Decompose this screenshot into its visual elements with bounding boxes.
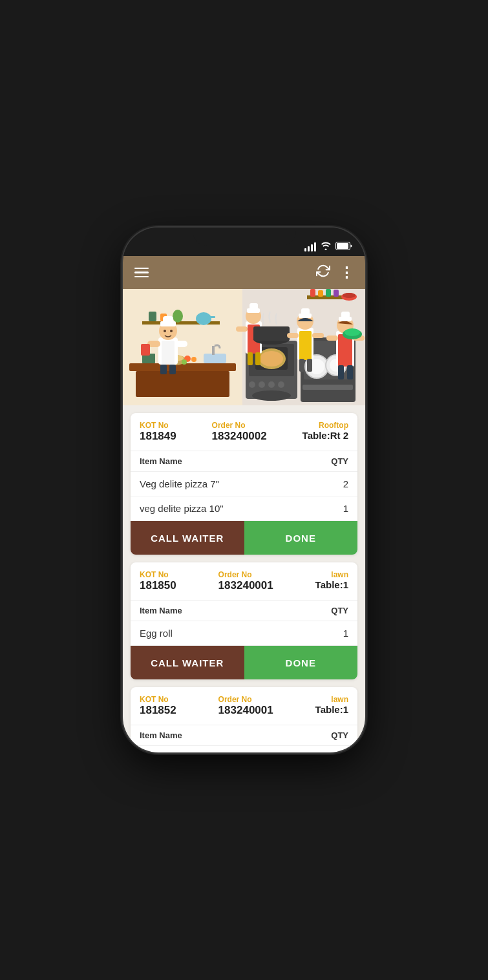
svg-rect-65 xyxy=(334,290,339,297)
svg-rect-4 xyxy=(129,363,236,371)
kot-field: KOT No 181850 xyxy=(140,570,176,592)
kitchen-illustration xyxy=(123,289,365,405)
orders-list: KOT No 181849 Order No 183240002 Rooftop… xyxy=(123,405,365,752)
order-no-field: Order No 183240001 xyxy=(218,695,273,717)
order-card-2: KOT No 181850 Order No 183240001 lawn Ta… xyxy=(131,562,357,679)
item-row-1-2: veg delite pizza 10" 1 xyxy=(131,496,357,521)
svg-rect-81 xyxy=(341,312,350,318)
svg-point-67 xyxy=(343,293,355,298)
battery-icon xyxy=(335,242,352,252)
signal-icon xyxy=(304,242,316,251)
svg-rect-50 xyxy=(248,352,253,365)
app-header: ⋮ xyxy=(123,256,365,289)
svg-rect-29 xyxy=(169,365,176,374)
order-card-3: KOT No 181852 Order No 183240001 lawn Ta… xyxy=(131,687,357,752)
order-no-field: Order No 183240002 xyxy=(212,421,267,443)
svg-rect-82 xyxy=(326,336,338,341)
svg-rect-74 xyxy=(312,333,324,338)
svg-rect-19 xyxy=(162,341,175,365)
svg-rect-27 xyxy=(141,344,150,356)
svg-point-11 xyxy=(182,359,187,365)
menu-icon[interactable] xyxy=(134,268,149,278)
items-header-1: Item Name QTY xyxy=(131,451,357,472)
order-header-3: KOT No 181852 Order No 183240001 lawn Ta… xyxy=(131,687,357,725)
svg-point-16 xyxy=(196,312,211,325)
svg-rect-53 xyxy=(253,326,290,341)
svg-rect-76 xyxy=(307,359,312,372)
svg-rect-26 xyxy=(176,341,187,347)
header-right: ⋮ xyxy=(316,264,354,281)
svg-point-39 xyxy=(259,381,265,388)
svg-rect-31 xyxy=(212,346,215,355)
action-buttons-1: CALL WAITER DONE xyxy=(131,521,357,555)
wifi-icon xyxy=(320,241,332,252)
svg-rect-30 xyxy=(204,354,226,363)
location-field: lawn Table:1 xyxy=(315,570,348,590)
svg-rect-1 xyxy=(337,243,348,249)
svg-rect-75 xyxy=(299,359,304,372)
svg-point-24 xyxy=(170,330,173,332)
order-no-field: Order No 183240001 xyxy=(218,570,273,592)
order-header-2: KOT No 181850 Order No 183240001 lawn Ta… xyxy=(131,562,357,601)
svg-rect-73 xyxy=(287,333,299,338)
call-waiter-button-1[interactable]: CALL WAITER xyxy=(131,521,244,555)
svg-rect-22 xyxy=(163,316,173,324)
svg-point-23 xyxy=(164,330,166,332)
item-row-2-1: Egg roll 1 xyxy=(131,621,357,646)
svg-rect-48 xyxy=(236,326,248,332)
svg-rect-47 xyxy=(249,303,258,310)
status-icons xyxy=(304,241,352,252)
refresh-icon[interactable] xyxy=(316,264,330,281)
svg-point-15 xyxy=(173,310,183,323)
svg-rect-5 xyxy=(136,371,229,397)
more-options-icon[interactable]: ⋮ xyxy=(339,264,354,281)
call-waiter-button-2[interactable]: CALL WAITER xyxy=(131,646,244,679)
notch xyxy=(193,228,296,246)
kot-field: KOT No 181852 xyxy=(140,695,176,717)
svg-point-42 xyxy=(252,390,291,401)
items-header-2: Item Name QTY xyxy=(131,601,357,621)
kot-field: KOT No 181849 xyxy=(140,421,176,443)
svg-rect-28 xyxy=(160,365,167,374)
done-button-1[interactable]: DONE xyxy=(244,521,358,555)
kitchen-banner xyxy=(123,289,365,405)
svg-rect-63 xyxy=(318,290,323,297)
action-buttons-2: CALL WAITER DONE xyxy=(131,646,357,679)
content-area: KOT No 181849 Order No 183240002 Rooftop… xyxy=(123,289,365,752)
svg-point-85 xyxy=(345,328,360,336)
svg-rect-87 xyxy=(347,365,353,379)
item-row-1-1: Veg delite pizza 7" 2 xyxy=(131,472,357,496)
order-card-1: KOT No 181849 Order No 183240002 Rooftop… xyxy=(131,413,357,555)
svg-rect-86 xyxy=(338,365,344,379)
svg-point-37 xyxy=(260,351,283,367)
phone-frame: ⋮ xyxy=(123,228,365,752)
done-button-2[interactable]: DONE xyxy=(244,646,358,679)
svg-rect-72 xyxy=(301,308,310,315)
item-row-3-1: Tandoori roti 2 xyxy=(131,746,357,752)
order-header-1: KOT No 181849 Order No 183240002 Rooftop… xyxy=(131,413,357,451)
items-header-3: Item Name QTY xyxy=(131,725,357,746)
header-left xyxy=(134,268,158,278)
svg-rect-69 xyxy=(299,331,312,360)
svg-rect-64 xyxy=(326,289,331,297)
location-field: Rooftop Table:Rt 2 xyxy=(302,421,348,441)
svg-point-38 xyxy=(249,381,255,388)
svg-point-41 xyxy=(278,381,284,388)
svg-rect-13 xyxy=(149,312,156,321)
svg-rect-62 xyxy=(310,289,315,297)
svg-rect-51 xyxy=(255,352,260,365)
svg-rect-60 xyxy=(302,385,353,390)
svg-point-10 xyxy=(191,357,196,362)
location-field: lawn Table:1 xyxy=(315,695,348,715)
svg-rect-17 xyxy=(210,316,215,318)
svg-point-40 xyxy=(268,381,275,388)
